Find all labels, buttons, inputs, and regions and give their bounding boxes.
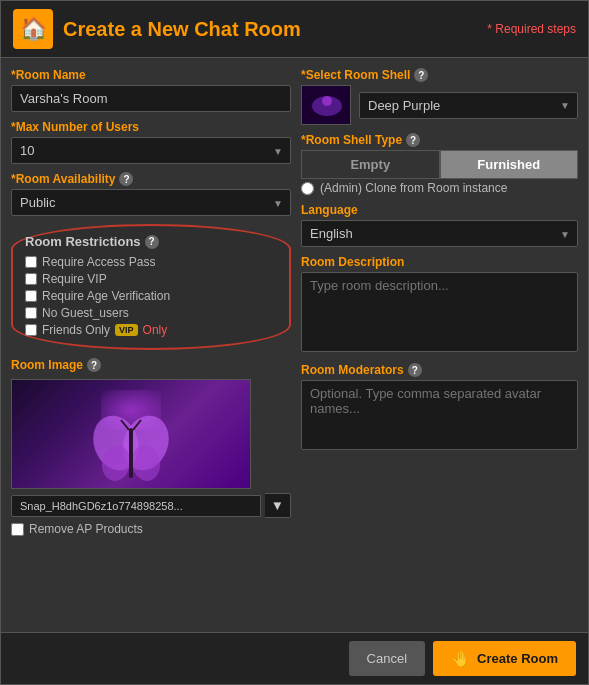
svg-rect-4 [129,428,133,478]
moderators-help-icon[interactable]: ? [408,363,422,377]
clone-radio[interactable] [301,182,314,195]
shell-type-empty-button[interactable]: Empty [301,150,440,179]
room-name-field: *Room Name [11,68,291,112]
shell-thumbnail-image [302,86,351,125]
room-availability-field: *Room Availability ? Public Private [11,172,291,216]
room-restrictions-box: Room Restrictions ? Require Access Pass … [11,224,291,350]
select-shell-field: *Select Room Shell ? Deep Purple [301,68,578,125]
availability-select-wrapper: Public Private [11,189,291,216]
right-column: *Select Room Shell ? Deep Purple [301,68,578,622]
description-label: Room Description [301,255,578,269]
room-image-label: Room Image ? [11,358,291,372]
age-checkbox[interactable] [25,290,37,302]
shell-name-select[interactable]: Deep Purple [359,92,578,119]
moderators-field: Room Moderators ? [301,363,578,453]
no-guests-checkbox[interactable] [25,307,37,319]
shell-row: Deep Purple [301,85,578,125]
clone-label: (Admin) Clone from Room instance [320,181,507,195]
vip-badge: VIP [115,324,138,336]
room-image-preview [11,379,251,489]
max-users-select-wrapper: 10 20 50 [11,137,291,164]
description-field: Room Description [301,255,578,355]
language-label: Language [301,203,578,217]
svg-point-9 [322,96,332,106]
dialog-header: 🏠 Create a New Chat Room * Required step… [1,1,588,58]
create-icon: 🤚 [451,649,471,668]
create-label: Create Room [477,651,558,666]
required-note: * Required steps [487,22,576,36]
access-pass-checkbox[interactable] [25,256,37,268]
moderators-label: Room Moderators ? [301,363,578,377]
dialog-footer: Cancel 🤚 Create Room [1,632,588,684]
create-room-button[interactable]: 🤚 Create Room [433,641,576,676]
image-filename: Snap_H8dhGD6z1o774898258... [11,495,261,517]
max-users-field: *Max Number of Users 10 20 50 [11,120,291,164]
shell-type-help-icon[interactable]: ? [406,133,420,147]
room-image-section: Room Image ? Snap_H8 [11,358,291,536]
language-select-wrapper: English Spanish French [301,220,578,247]
shell-name-wrapper: Deep Purple [359,92,578,119]
remove-ap-row: Remove AP Products [11,522,291,536]
availability-help-icon[interactable]: ? [119,172,133,186]
create-room-dialog: 🏠 Create a New Chat Room * Required step… [0,0,589,685]
moderators-textarea[interactable] [301,380,578,450]
room-name-label: *Room Name [11,68,291,82]
house-icon: 🏠 [13,9,53,49]
language-select[interactable]: English Spanish French [301,220,578,247]
shell-type-buttons: Empty Furnished [301,150,578,179]
cancel-button[interactable]: Cancel [349,641,425,676]
only-label: Only [143,323,168,337]
shell-help-icon[interactable]: ? [414,68,428,82]
restriction-friends-only: Friends Only VIP Only [25,323,277,337]
availability-select[interactable]: Public Private [11,189,291,216]
language-field: Language English Spanish French [301,203,578,247]
room-name-input[interactable] [11,85,291,112]
clone-row: (Admin) Clone from Room instance [301,181,578,195]
shell-type-label: *Room Shell Type ? [301,133,578,147]
restriction-vip: Require VIP [25,272,277,286]
restrictions-title: Room Restrictions ? [25,234,277,249]
remove-ap-checkbox[interactable] [11,523,24,536]
room-availability-label: *Room Availability ? [11,172,291,186]
restriction-access-pass: Require Access Pass [25,255,277,269]
left-column: *Room Name *Max Number of Users 10 20 50 [11,68,291,622]
max-users-label: *Max Number of Users [11,120,291,134]
description-textarea[interactable] [301,272,578,352]
restriction-no-guests: No Guest_users [25,306,277,320]
restriction-age: Require Age Verification [25,289,277,303]
shell-thumbnail [301,85,351,125]
dialog-title: Create a New Chat Room [63,18,301,41]
max-users-select[interactable]: 10 20 50 [11,137,291,164]
image-filename-row: Snap_H8dhGD6z1o774898258... ▼ [11,493,291,518]
image-dropdown-button[interactable]: ▼ [265,493,291,518]
select-shell-label: *Select Room Shell ? [301,68,578,82]
dialog-body: *Room Name *Max Number of Users 10 20 50 [1,58,588,632]
butterfly-image [91,408,171,488]
remove-ap-label: Remove AP Products [29,522,143,536]
room-image-help-icon[interactable]: ? [87,358,101,372]
shell-type-furnished-button[interactable]: Furnished [440,150,579,179]
shell-type-field: *Room Shell Type ? Empty Furnished (Admi… [301,133,578,195]
restrictions-help-icon[interactable]: ? [145,235,159,249]
friends-only-checkbox[interactable] [25,324,37,336]
vip-checkbox[interactable] [25,273,37,285]
